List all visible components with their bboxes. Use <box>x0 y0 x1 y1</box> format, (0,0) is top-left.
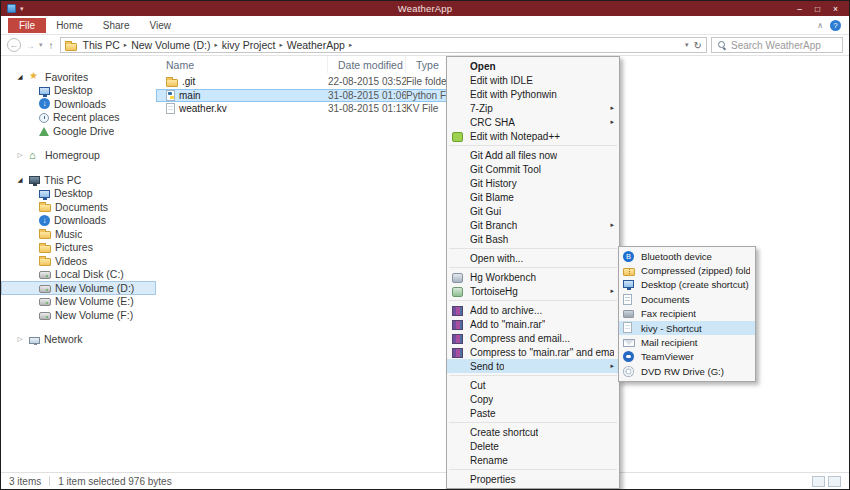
context-menu-item-git-history[interactable]: Git History <box>447 176 619 190</box>
ribbon-tab-file[interactable]: File <box>8 18 46 33</box>
sidebar-item-recent-places[interactable]: Recent places <box>1 111 156 125</box>
context-menu-item-hg-workbench[interactable]: Hg Workbench <box>447 270 619 284</box>
ribbon-tab-view[interactable]: View <box>140 18 182 33</box>
context-menu-item-git-blame[interactable]: Git Blame <box>447 190 619 204</box>
breadcrumb-segment-kivy-project[interactable]: kivy Project <box>220 39 278 51</box>
context-menu-item-open-with[interactable]: Open with... <box>447 251 619 265</box>
sidebar-item-downloads[interactable]: Downloads <box>1 97 156 111</box>
help-icon[interactable]: ? <box>830 20 841 31</box>
sidebar-item-homegroup[interactable]: ▷Homegroup <box>1 149 156 163</box>
send-to-item-kivy-shortcut[interactable]: kivy - Shortcut <box>619 321 755 335</box>
sidebar-item-new-volume-e[interactable]: New Volume (E:) <box>1 295 156 309</box>
history-dropdown-icon[interactable]: ▾ <box>39 41 43 49</box>
file-name: main <box>179 90 201 101</box>
context-menu-item-copy[interactable]: Copy <box>447 392 619 406</box>
context-menu-item-properties[interactable]: Properties <box>447 472 619 486</box>
details-view-icon[interactable] <box>812 476 825 487</box>
context-menu-item-compress-to-main-rar-and-email[interactable]: Compress to "main.rar" and email <box>447 345 619 359</box>
maximize-button[interactable]: □ <box>810 3 825 14</box>
context-menu-item-git-gui[interactable]: Git Gui <box>447 204 619 218</box>
titlebar: ▾ WeatherApp – □ × <box>1 1 849 16</box>
context-menu-item-cut[interactable]: Cut <box>447 378 619 392</box>
sidebar-item-music[interactable]: Music <box>1 227 156 241</box>
up-button[interactable]: ↑ <box>49 40 54 51</box>
forward-button[interactable]: → <box>25 40 35 51</box>
sidebar-item-label: Downloads <box>54 98 106 110</box>
context-menu-item-git-commit-tool[interactable]: Git Commit Tool <box>447 162 619 176</box>
send-to-item-documents[interactable]: Documents <box>619 292 755 306</box>
context-menu-item-send-to[interactable]: Send to▸ <box>447 359 619 373</box>
minimize-button[interactable]: – <box>792 3 807 14</box>
send-to-item-mail-recipient[interactable]: Mail recipient <box>619 335 755 349</box>
context-menu-item-delete[interactable]: Delete <box>447 439 619 453</box>
menu-item-label: Paste <box>470 408 496 419</box>
sidebar-item-google-drive[interactable]: Google Drive <box>1 124 156 138</box>
sidebar-item-label: Homegroup <box>45 149 100 161</box>
send-to-item-fax-recipient[interactable]: Fax recipient <box>619 307 755 321</box>
sidebar-item-desktop[interactable]: Desktop <box>1 84 156 98</box>
context-menu-item-git-add-all-files-now[interactable]: Git Add all files now <box>447 148 619 162</box>
context-menu-item-tortoisehg[interactable]: TortoiseHg▸ <box>447 284 619 298</box>
tree-collapsed-icon[interactable]: ▷ <box>15 151 25 159</box>
context-menu-item-edit-with-idle[interactable]: Edit with IDLE <box>447 73 619 87</box>
send-to-item-desktop-create-shortcut[interactable]: Desktop (create shortcut) <box>619 278 755 292</box>
menu-item-label: Git Blame <box>470 192 514 203</box>
breadcrumb-segment-weatherapp[interactable]: WeatherApp <box>285 39 347 51</box>
search-icon <box>717 40 727 50</box>
context-menu-item-edit-with-pythonwin[interactable]: Edit with Pythonwin <box>447 87 619 101</box>
sidebar-item-favorites[interactable]: ◢Favorites <box>1 70 156 84</box>
sidebar-item-new-volume-f[interactable]: New Volume (F:) <box>1 308 156 322</box>
context-menu-item-paste[interactable]: Paste <box>447 406 619 420</box>
context-menu-item-7-zip[interactable]: 7-Zip▸ <box>447 101 619 115</box>
context-menu-item-git-branch[interactable]: Git Branch▸ <box>447 218 619 232</box>
ribbon-tab-home[interactable]: Home <box>46 18 93 33</box>
selection-status: 1 item selected 976 bytes <box>58 476 171 487</box>
tree-expanded-icon[interactable]: ◢ <box>15 176 25 184</box>
menu-item-label: Mail recipient <box>641 337 698 348</box>
pc-icon <box>29 176 40 184</box>
qat-dropdown-icon[interactable]: ▾ <box>20 4 24 13</box>
sidebar-item-desktop[interactable]: Desktop <box>1 187 156 201</box>
sidebar-item-label: Downloads <box>54 214 106 226</box>
back-button[interactable]: ← <box>7 38 21 52</box>
sidebar-item-this-pc[interactable]: ◢This PC <box>1 173 156 187</box>
sidebar-item-documents[interactable]: Documents <box>1 200 156 214</box>
column-header-name[interactable]: Name <box>156 56 328 73</box>
address-dropdown-icon[interactable]: ▾ <box>685 41 689 49</box>
context-menu-item-add-to-archive[interactable]: Add to archive... <box>447 303 619 317</box>
sidebar-item-local-disk-c[interactable]: Local Disk (C:) <box>1 268 156 282</box>
sidebar-item-network[interactable]: ▷Network <box>1 333 156 347</box>
tree-collapsed-icon[interactable]: ▷ <box>15 335 25 343</box>
sidebar-item-pictures[interactable]: Pictures <box>1 241 156 255</box>
sidebar-item-new-volume-d[interactable]: New Volume (D:) <box>1 281 156 295</box>
ribbon-right-controls: ∧ ? <box>817 20 849 31</box>
search-input[interactable]: Search WeatherApp <box>711 37 843 53</box>
send-to-item-teamviewer[interactable]: TeamViewer <box>619 350 755 364</box>
context-menu-item-edit-with-notepad[interactable]: Edit with Notepad++ <box>447 129 619 143</box>
context-menu-item-git-bash[interactable]: Git Bash <box>447 232 619 246</box>
send-to-item-bluetooth-device[interactable]: Bluetooth device <box>619 249 755 263</box>
refresh-icon[interactable]: ↻ <box>694 40 702 51</box>
breadcrumb-segment-this-pc[interactable]: This PC <box>81 39 122 51</box>
send-to-item-dvd-rw-drive-g[interactable]: DVD RW Drive (G:) <box>619 364 755 378</box>
address-field[interactable]: This PC▸New Volume (D:)▸kivy Project▸Wea… <box>60 37 707 53</box>
collapse-ribbon-icon[interactable]: ∧ <box>817 21 823 30</box>
sidebar-item-downloads[interactable]: Downloads <box>1 214 156 228</box>
close-button[interactable]: × <box>828 3 843 14</box>
tree-expanded-icon[interactable]: ◢ <box>15 73 25 81</box>
context-menu-item-open[interactable]: Open <box>447 59 619 73</box>
submenu-arrow-icon: ▸ <box>606 118 614 126</box>
download-icon <box>39 215 50 226</box>
ribbon-tab-share[interactable]: Share <box>93 18 140 33</box>
context-menu-item-add-to-main-rar[interactable]: Add to "main.rar" <box>447 317 619 331</box>
context-menu-item-create-shortcut[interactable]: Create shortcut <box>447 425 619 439</box>
file-icon <box>623 322 632 333</box>
breadcrumb-segment-new-volume-d[interactable]: New Volume (D:) <box>129 39 212 51</box>
context-menu-item-rename[interactable]: Rename <box>447 453 619 467</box>
sidebar-item-videos[interactable]: Videos <box>1 254 156 268</box>
send-to-item-compressed-zipped-folder[interactable]: Compressed (zipped) folder <box>619 263 755 277</box>
context-menu-item-compress-and-email[interactable]: Compress and email... <box>447 331 619 345</box>
context-menu-item-crc-sha[interactable]: CRC SHA▸ <box>447 115 619 129</box>
thumbnails-view-icon[interactable] <box>828 476 841 487</box>
column-header-date-modified[interactable]: Date modified <box>328 56 406 73</box>
